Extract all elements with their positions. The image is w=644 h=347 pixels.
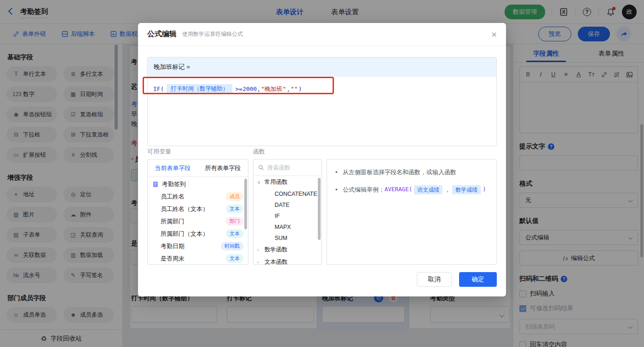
- function-row[interactable]: IF: [253, 210, 322, 222]
- formula-token: IF(: [153, 85, 164, 92]
- formula-token: "": [291, 85, 298, 92]
- search-icon: [258, 165, 264, 171]
- tab-all-form-fields[interactable]: 所有表单字段: [198, 159, 248, 176]
- function-rows: ∨ 常用函数 CONCATENATE DATE IF MAPX SUM › 数学…: [253, 176, 322, 265]
- variables-scrollbar[interactable]: [244, 179, 247, 229]
- variable-row[interactable]: 员工姓名 成员: [148, 190, 248, 203]
- variables-label: 可用变量: [147, 148, 171, 156]
- formula-editor-area[interactable]: 晚加班标记 = IF(打卡时间（数字辅助）>=2000,"晚加班",""): [147, 57, 497, 146]
- functions-scrollbar[interactable]: [318, 178, 321, 240]
- function-row[interactable]: SUM: [253, 233, 322, 244]
- function-row[interactable]: CONCATENATE: [253, 188, 322, 199]
- confirm-button[interactable]: 确定: [459, 272, 497, 287]
- bullet: •: [335, 168, 343, 177]
- field-type-tag: 文本: [226, 205, 243, 213]
- formula-editor-modal: 公式编辑 使用数学运算符编辑公式 × 晚加班标记 = IF(打卡时间（数字辅助）…: [138, 23, 506, 296]
- variable-row[interactable]: 所属部门（文本） 文本: [148, 228, 248, 240]
- field-type-tag: 时间戳: [221, 242, 243, 250]
- example-chip-chinese: 语文成绩: [414, 185, 443, 194]
- bullet: •: [335, 185, 343, 194]
- cancel-button[interactable]: 取消: [417, 272, 452, 287]
- form-root-node[interactable]: 考勤签到: [148, 177, 248, 190]
- formula-token: >=2000,: [235, 85, 260, 92]
- formula-token: "晚加班": [261, 85, 286, 93]
- function-row[interactable]: ∨ 常用函数: [253, 176, 322, 188]
- app-window: 考勤签到 表单设计 表单设置 数据管理 ? 政 表单外链: [0, 0, 644, 347]
- variable-rows: 员工姓名 成员 员工姓名（文本） 文本 所属部门 部门 所属部门（文本） 文本 …: [148, 190, 248, 265]
- help-line-2: 公式编辑举例：: [343, 185, 385, 194]
- variable-row[interactable]: 员工姓名（文本） 文本: [148, 203, 248, 215]
- tree-caret-icon: ›: [257, 247, 264, 252]
- field-type-tag: 部门: [226, 217, 243, 226]
- formula-token: 打卡时间（数字辅助）: [167, 84, 232, 94]
- tree-caret-icon: ›: [257, 260, 264, 265]
- function-row[interactable]: › 数学函数: [253, 244, 322, 256]
- function-row[interactable]: MAPX: [253, 222, 322, 233]
- field-type-tag: 文本: [226, 254, 243, 263]
- tab-current-form-fields[interactable]: 当前表单字段: [148, 159, 198, 176]
- variables-panel: 当前表单字段 所有表单字段 考勤签到 员工姓名 成员 员工姓名（文本） 文本 所…: [147, 159, 248, 265]
- variable-row[interactable]: 是否周末 文本: [148, 252, 248, 265]
- modal-title: 公式编辑: [147, 29, 177, 39]
- formula-token: ): [298, 85, 302, 92]
- formula-expression[interactable]: IF(打卡时间（数字辅助）>=2000,"晚加班",""): [148, 77, 496, 101]
- variable-row[interactable]: 考勤日期 时间戳: [148, 240, 248, 252]
- function-row[interactable]: DATE: [253, 199, 322, 210]
- function-row[interactable]: › 文本函数: [253, 256, 322, 265]
- function-search[interactable]: [253, 159, 322, 176]
- formula-token: ,: [287, 85, 290, 92]
- field-type-tag: 成员: [226, 192, 243, 201]
- modal-subtitle: 使用数学运算符编辑公式: [182, 30, 243, 38]
- formula-target: 晚加班标记 =: [148, 57, 496, 77]
- variable-row[interactable]: 所属部门 部门: [148, 215, 248, 228]
- function-search-input[interactable]: [267, 165, 317, 171]
- functions-label: 函数: [253, 148, 265, 156]
- help-line-1: 从左侧面板选择字段名和函数，或输入函数: [343, 168, 456, 177]
- functions-panel: ∨ 常用函数 CONCATENATE DATE IF MAPX SUM › 数学…: [253, 159, 322, 265]
- close-icon[interactable]: ×: [491, 30, 497, 39]
- formula-help-panel: • 从左侧面板选择字段名和函数，或输入函数 • 公式编辑举例： AVERAGE(…: [327, 159, 497, 265]
- document-icon: [152, 181, 159, 188]
- example-chip-math: 数学成绩: [452, 185, 481, 194]
- tree-caret-icon: ∨: [257, 180, 264, 185]
- field-type-tag: 文本: [226, 229, 243, 238]
